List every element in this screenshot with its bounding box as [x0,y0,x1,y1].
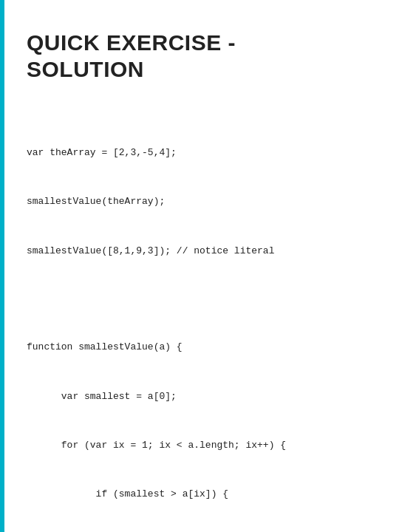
code-line: function smallestValue(a) { [27,339,377,355]
code-line: smallestValue([8,1,9,3]); // notice lite… [27,243,377,259]
code-line: if (smallest > a[ix]) { [27,486,377,502]
content-area: QUICK EXERCISE - SOLUTION var theArray =… [4,0,399,532]
title-line1: QUICK EXERCISE - [27,30,236,55]
code-section-2: function smallestValue(a) { var smallest… [27,307,377,532]
code-section-1: var theArray = [2,3,-5,4]; smallestValue… [27,112,377,292]
title-line2: SOLUTION [27,57,144,81]
code-line: var smallest = a[0]; [27,389,377,405]
page-title: QUICK EXERCISE - SOLUTION [27,30,377,83]
code-line: var theArray = [2,3,-5,4]; [27,145,377,161]
code-line: smallestValue(theArray); [27,194,377,210]
code-line: for (var ix = 1; ix < a.length; ix++) { [27,437,377,454]
page-container: QUICK EXERCISE - SOLUTION var theArray =… [0,0,399,532]
